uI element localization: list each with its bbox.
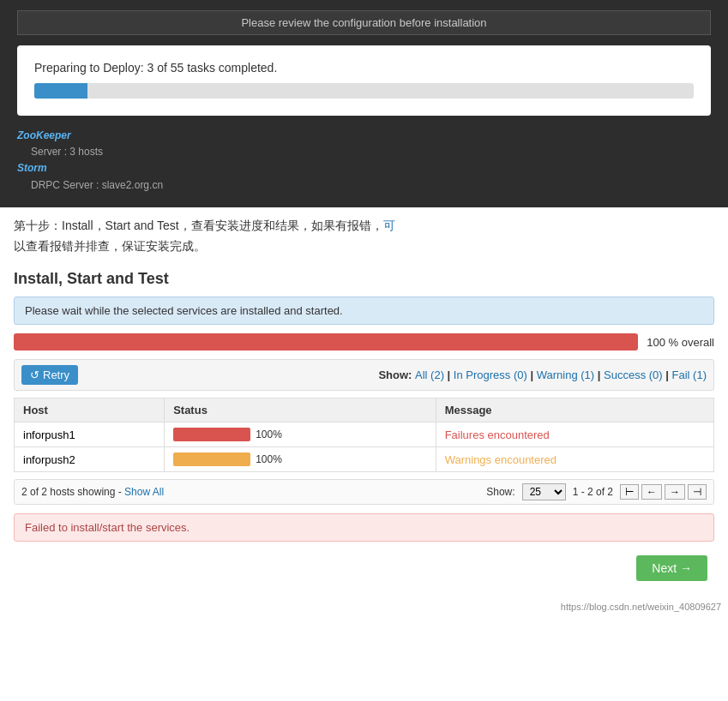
pagination: Show: 25 50 100 1 - 2 of 2 ⊢ ← → ⊣ xyxy=(486,483,707,500)
col-message: Message xyxy=(436,398,713,422)
filter-in-progress[interactable]: In Progress (0) xyxy=(454,368,527,381)
deploy-title: Preparing to Deploy: 3 of 55 tasks compl… xyxy=(34,61,694,75)
table-footer: 2 of 2 hosts showing - Show All Show: 25… xyxy=(14,479,714,505)
install-section: Install, Start and Test Please wait whil… xyxy=(0,263,728,602)
next-page-button[interactable]: → xyxy=(665,484,685,500)
service-storm-detail: DRPC Server : slave2.org.cn xyxy=(17,177,711,194)
show-all-link[interactable]: Show All xyxy=(124,486,164,498)
retry-icon: ↺ xyxy=(30,368,39,381)
overall-bar-row: 100 % overall xyxy=(14,333,714,350)
deploy-progress-bar xyxy=(34,83,694,99)
host-cell-1: inforpush1 xyxy=(15,422,165,447)
filter-fail[interactable]: Fail (1) xyxy=(672,368,707,381)
page-size-select[interactable]: 25 50 100 xyxy=(522,483,566,500)
watermark: https://blog.csdn.net/weixin_40809627 xyxy=(0,602,728,617)
status-pct-2: 100% xyxy=(256,453,282,465)
filter-all[interactable]: All (2) xyxy=(415,368,444,381)
service-zookeeper: ZooKeeper xyxy=(17,128,711,144)
filter-success[interactable]: Success (0) xyxy=(604,368,663,381)
status-bar-2 xyxy=(173,452,250,466)
last-page-button[interactable]: ⊣ xyxy=(688,484,707,500)
service-list: ZooKeeper Server : 3 hosts Storm DRPC Se… xyxy=(17,128,711,194)
status-pct-1: 100% xyxy=(256,428,282,440)
message-cell-1: Failures encountered xyxy=(436,422,713,447)
retry-button[interactable]: ↺ Retry xyxy=(21,365,78,385)
deploy-progress-fill xyxy=(34,83,87,99)
table-header-row: Host Status Message xyxy=(15,398,714,422)
prev-page-button[interactable]: ← xyxy=(641,484,662,500)
nav-buttons: ⊢ ← → ⊣ xyxy=(620,484,707,500)
service-zookeeper-detail: Server : 3 hosts xyxy=(17,144,711,160)
table-row: inforpush1 100% Failures encountered xyxy=(15,422,714,447)
next-button[interactable]: Next → xyxy=(636,555,707,581)
show-label: Show: xyxy=(378,368,415,381)
filter-warning[interactable]: Warning (1) xyxy=(537,368,594,381)
show-label: Show: xyxy=(486,486,514,498)
overall-pct: 100 % overall xyxy=(647,336,714,349)
col-host: Host xyxy=(15,398,165,422)
next-btn-row: Next → xyxy=(14,555,714,581)
first-page-button[interactable]: ⊢ xyxy=(620,484,639,500)
col-status: Status xyxy=(165,398,436,422)
top-section: Please review the configuration before i… xyxy=(0,0,728,207)
overall-progress-bar xyxy=(14,333,638,350)
config-bar: Please review the configuration before i… xyxy=(17,10,711,35)
status-cell-1: 100% xyxy=(165,422,436,447)
show-filters: Show: All (2) | In Progress (0) | Warnin… xyxy=(378,368,707,381)
info-bar: Please wait while the selected services … xyxy=(14,297,714,325)
overall-progress-fill xyxy=(14,333,638,350)
toolbar-row: ↺ Retry Show: All (2) | In Progress (0) … xyxy=(14,359,714,391)
error-bar: Failed to install/start the services. xyxy=(14,513,714,542)
deploy-card: Preparing to Deploy: 3 of 55 tasks compl… xyxy=(17,45,711,116)
hosts-showing: 2 of 2 hosts showing - Show All xyxy=(21,486,164,498)
page-range: 1 - 2 of 2 xyxy=(573,486,613,498)
status-cell-2: 100% xyxy=(165,447,436,472)
status-bar-1 xyxy=(173,428,250,441)
service-storm: Storm xyxy=(17,160,711,177)
message-cell-2: Warnings encountered xyxy=(436,447,713,472)
table-row: inforpush2 100% Warnings encountered xyxy=(15,447,714,472)
host-cell-2: inforpush2 xyxy=(15,447,165,472)
middle-text: 第十步：Install，Start and Test，查看安装进度和结果，如果有… xyxy=(0,207,728,264)
hosts-table: Host Status Message inforpush1 100% Fail… xyxy=(14,398,714,472)
retry-label: Retry xyxy=(43,368,69,381)
install-title: Install, Start and Test xyxy=(14,270,714,288)
